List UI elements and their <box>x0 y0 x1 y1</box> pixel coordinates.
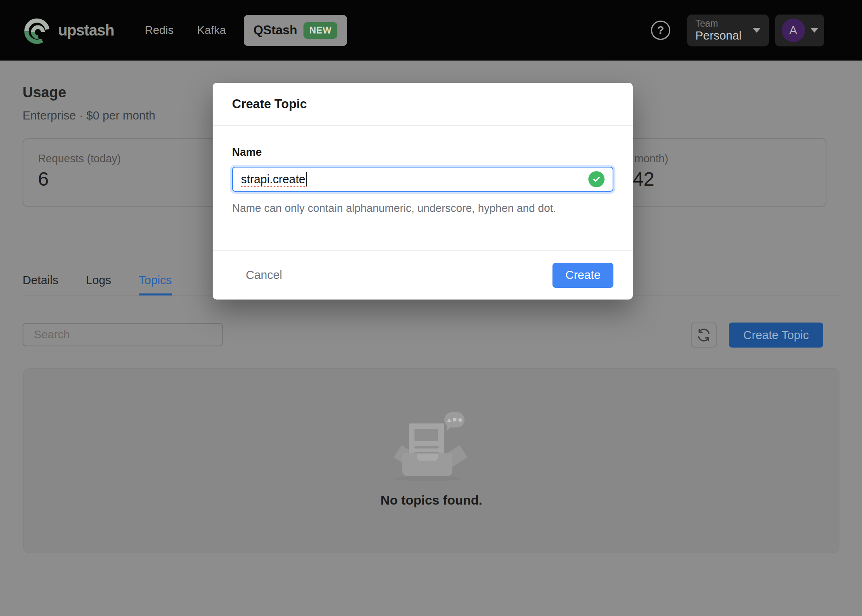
chevron-down-icon <box>753 28 761 33</box>
help-button[interactable]: ? <box>651 21 670 40</box>
empty-state-message: No topics found. <box>24 493 839 508</box>
upstash-logo-icon <box>23 15 53 46</box>
tray-notch <box>417 454 438 461</box>
tab-topics[interactable]: Topics <box>139 274 172 287</box>
top-navigation: upstash Redis Kafka QStash NEW ? Team Pe… <box>0 0 862 61</box>
brand-name: upstash <box>58 22 114 39</box>
document-header-block <box>414 429 438 441</box>
document-line <box>414 446 439 448</box>
team-selector-texts: Team Personal <box>695 18 741 42</box>
team-selector-value: Personal <box>695 29 741 42</box>
tab-details[interactable]: Details <box>23 274 59 287</box>
name-field-label: Name <box>232 146 613 159</box>
team-selector[interactable]: Team Personal <box>687 15 769 46</box>
create-button[interactable]: Create <box>552 263 613 288</box>
refresh-button[interactable] <box>691 323 717 348</box>
modal-footer: Cancel Create <box>213 250 633 300</box>
plan-subtitle: Enterprise · $0 per month <box>23 109 155 122</box>
cancel-button[interactable]: Cancel <box>246 268 282 282</box>
refresh-icon <box>697 328 711 342</box>
nav-qstash[interactable]: QStash NEW <box>244 15 347 46</box>
bubble-dot <box>453 418 456 421</box>
nav-redis[interactable]: Redis <box>145 24 174 37</box>
team-selector-label: Team <box>695 18 741 29</box>
avatar: A <box>782 19 805 42</box>
nav-qstash-label: QStash <box>253 23 297 38</box>
speech-bubble-icon <box>444 412 464 427</box>
tab-logs[interactable]: Logs <box>86 274 111 287</box>
chevron-down-icon <box>811 28 818 33</box>
brand-home-link[interactable]: upstash <box>23 15 114 46</box>
search-input[interactable] <box>23 323 223 346</box>
box-shadow <box>394 476 461 481</box>
topics-empty-state: No topics found. <box>23 368 839 553</box>
nav-kafka[interactable]: Kafka <box>197 24 226 37</box>
valid-check-icon <box>588 171 605 187</box>
page-title: Usage <box>23 84 66 101</box>
create-topic-modal: Create Topic Name strapi.create Name can… <box>213 83 633 300</box>
topic-name-value: strapi.create <box>241 173 305 186</box>
bubble-dot <box>458 418 462 422</box>
bubble-dot <box>447 418 451 422</box>
card-label: Requests (today) <box>38 153 121 165</box>
topic-name-input[interactable]: strapi.create <box>232 167 613 192</box>
create-topic-toolbar-button[interactable]: Create Topic <box>729 323 823 348</box>
card-label-fragment: month) <box>634 153 668 165</box>
inbox-tray-icon <box>402 453 452 476</box>
modal-body: Name strapi.create Name can only contain… <box>213 146 633 215</box>
product-nav: Redis Kafka QStash NEW <box>145 15 347 46</box>
text-cursor <box>306 172 307 186</box>
new-badge: NEW <box>303 22 337 39</box>
card-value: 6 <box>38 168 49 190</box>
modal-title: Create Topic <box>232 97 307 111</box>
section-tabs: Details Logs Topics <box>23 274 172 287</box>
modal-header: Create Topic <box>213 83 633 126</box>
account-menu-button[interactable]: A <box>775 15 824 46</box>
name-helper-text: Name can only contain alphanumeric, unde… <box>232 202 613 215</box>
card-value-fragment: 42 <box>633 168 654 190</box>
active-tab-underline <box>139 293 172 295</box>
header-right: ? Team Personal A <box>651 15 824 46</box>
empty-inbox-illustration <box>383 412 480 481</box>
question-mark-icon: ? <box>657 24 664 37</box>
